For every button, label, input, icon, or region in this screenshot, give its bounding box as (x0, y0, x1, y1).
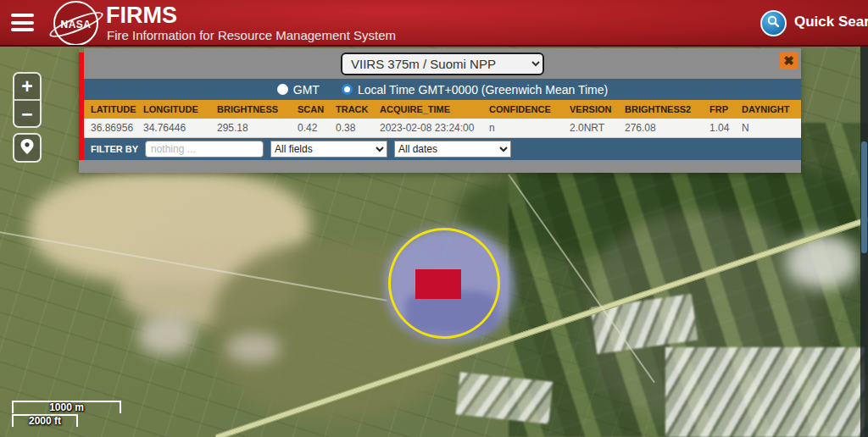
close-icon[interactable]: ✖ (780, 52, 798, 69)
col-scan[interactable]: SCAN (298, 100, 336, 119)
time-mode-bar: GMT Local Time GMT+0000 (Greenwich Mean … (84, 79, 801, 100)
firms-app: + − 1000 m 2000 ft NASA (0, 0, 868, 437)
map-greenhouses (456, 372, 554, 423)
dataset-select-bar: VIIRS 375m / Suomi NPP (84, 48, 801, 79)
col-latitude[interactable]: LATITUDE (84, 100, 143, 119)
fire-detail-popup: ✖ VIIRS 375m / Suomi NPP GMT Local Time … (79, 48, 801, 173)
col-frp[interactable]: FRP (709, 100, 742, 119)
scrollbar-thumb[interactable] (861, 141, 867, 253)
table-header-row: LATITUDE LONGITUDE BRIGHTNESS SCAN TRACK… (84, 100, 801, 119)
table-row[interactable]: 36.86956 34.76446 295.18 0.42 0.38 2023-… (84, 119, 801, 137)
cell-track: 0.38 (336, 119, 380, 137)
cell-confidence: n (489, 119, 570, 137)
search-icon (766, 14, 781, 32)
app-subtitle: Fire Information for Resource Management… (107, 28, 396, 42)
cell-frp: 1.04 (709, 119, 742, 137)
col-brightness[interactable]: BRIGHTNESS (217, 100, 298, 119)
filter-text-input[interactable] (145, 141, 264, 158)
map-greenhouses (665, 347, 865, 437)
col-confidence[interactable]: CONFIDENCE (489, 100, 570, 119)
scale-imperial: 2000 ft (12, 414, 78, 427)
locate-button[interactable] (13, 133, 42, 163)
cell-version: 2.0NRT (570, 119, 625, 137)
gmt-radio[interactable] (277, 84, 288, 95)
nasa-logo-text: NASA (55, 19, 97, 30)
cell-latitude: 36.86956 (84, 119, 143, 137)
gmt-radio-label: GMT (293, 83, 320, 97)
vertical-scrollbar[interactable] (860, 47, 868, 437)
cell-longitude: 34.76446 (143, 119, 217, 137)
hamburger-menu-icon[interactable] (11, 14, 34, 32)
app-title: FIRMS (106, 3, 177, 29)
local-time-radio-label: Local Time GMT+0000 (Greenwich Mean Time… (358, 83, 608, 97)
filter-bar: FILTER BY All fields All dates (84, 138, 801, 160)
col-brightness2[interactable]: BRIGHTNESS2 (625, 100, 709, 119)
filter-by-label: FILTER BY (84, 144, 145, 154)
cell-scan: 0.42 (298, 119, 336, 137)
cell-brightness2: 276.08 (625, 119, 709, 137)
app-header: NASA FIRMS Fire Information for Resource… (0, 0, 868, 47)
col-version[interactable]: VERSION (570, 100, 625, 119)
map-scale-control: 1000 m 2000 ft (12, 401, 121, 427)
location-pin-icon (19, 138, 35, 158)
map-village (227, 333, 280, 363)
quick-search-button[interactable] (760, 10, 787, 36)
map-zoom-control: + − (13, 72, 42, 128)
col-daynight[interactable]: DAYNIGHT (742, 100, 801, 119)
cell-daynight: N (742, 119, 801, 137)
popup-accent-bar (79, 53, 84, 160)
col-track[interactable]: TRACK (336, 100, 380, 119)
local-time-radio[interactable] (342, 84, 353, 95)
col-acquire-time[interactable]: ACQUIRE_TIME (380, 100, 489, 119)
detection-table: LATITUDE LONGITUDE BRIGHTNESS SCAN TRACK… (84, 100, 801, 138)
cell-acquire-time: 2023-02-08 23:24:00 (380, 119, 489, 137)
popup-footer (79, 160, 801, 173)
map-village (138, 316, 194, 355)
zoom-in-button[interactable]: + (14, 74, 40, 101)
col-longitude[interactable]: LONGITUDE (143, 100, 217, 119)
dataset-select[interactable]: VIIRS 375m / Suomi NPP (341, 53, 544, 75)
zoom-out-button[interactable]: − (14, 101, 40, 128)
filter-date-select[interactable]: All dates (394, 141, 511, 158)
selection-highlight-circle (388, 228, 500, 339)
nasa-logo[interactable]: NASA (53, 1, 98, 46)
scale-metric: 1000 m (12, 401, 121, 413)
quick-search-label[interactable]: Quick Search (794, 14, 868, 30)
filter-field-select[interactable]: All fields (270, 141, 387, 158)
cell-brightness: 295.18 (217, 119, 298, 137)
